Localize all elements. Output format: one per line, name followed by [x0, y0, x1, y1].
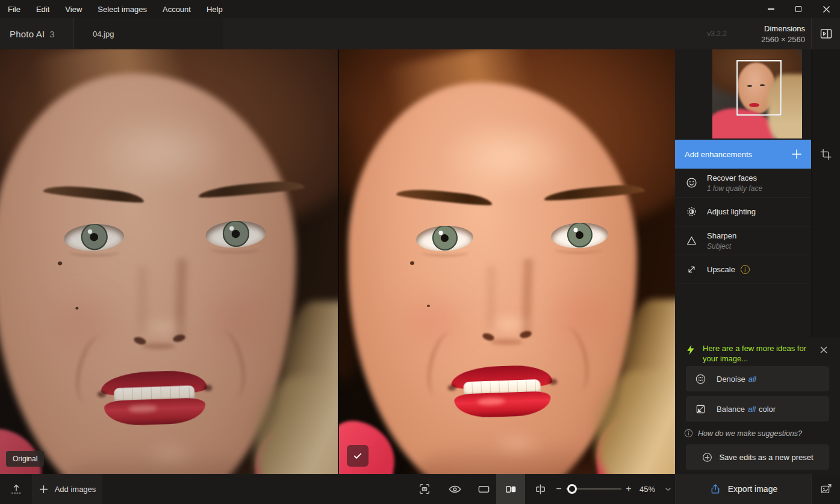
add-images-label: Add images	[55, 485, 96, 494]
minimize-button[interactable]	[757, 0, 785, 18]
photo-ai-window: File Edit View Select images Account Hel…	[0, 0, 840, 504]
menu-help[interactable]: Help	[199, 0, 231, 18]
zoom-slider[interactable]	[566, 474, 621, 504]
app-logo: Photo AI 3	[0, 18, 74, 49]
close-icon	[820, 346, 828, 354]
preview-toggle-button[interactable]	[440, 474, 469, 504]
export-image-label: Export image	[728, 484, 777, 494]
viewer-pane-enhanced[interactable]	[338, 49, 675, 474]
enhancement-recover-faces[interactable]: Recover faces 1 low quality face	[675, 169, 811, 198]
check-icon	[352, 450, 363, 461]
balance-color-icon	[694, 403, 707, 415]
suggestion-label-em: all	[748, 405, 756, 414]
dimensions-info: Dimensions 2560 × 2560	[761, 18, 805, 49]
upload-icon	[10, 482, 23, 496]
eye-icon	[448, 482, 462, 496]
zoom-slider-knob[interactable]	[567, 484, 577, 494]
compare-view-icon	[534, 482, 547, 496]
menu-view[interactable]: View	[57, 0, 90, 18]
enhancement-label: Upscale	[707, 265, 735, 274]
right-sidebar: Add enhancements Recover faces 1 low qua…	[675, 49, 840, 474]
title-bar: Photo AI 3 04.jpg v3.2.2 Dimensions 2560…	[0, 18, 840, 49]
navigator-thumbnail[interactable]	[712, 49, 802, 138]
tab-04jpg[interactable]: 04.jpg	[75, 18, 223, 49]
app-version-number: 3	[49, 29, 54, 39]
suggestion-denoise[interactable]: Denoise all	[686, 366, 829, 391]
original-photo	[0, 49, 338, 474]
add-enhancements-label: Add enhancements	[685, 150, 752, 159]
maximize-button[interactable]	[785, 0, 812, 18]
denoise-icon	[694, 373, 707, 385]
enhancement-sublabel: 1 low quality face	[707, 184, 762, 193]
suggestion-label-post: color	[759, 405, 776, 414]
focus-view-button[interactable]	[410, 474, 439, 504]
enhanced-photo	[339, 49, 675, 474]
chevron-down-icon	[664, 485, 672, 493]
minimize-icon	[768, 8, 774, 10]
panel-toggle-button[interactable]	[811, 18, 840, 49]
add-enhancements-button[interactable]: Add enhancements	[675, 140, 811, 169]
add-images-button[interactable]: Add images	[32, 474, 102, 504]
enhanced-check-badge	[347, 445, 369, 467]
lighting-icon	[685, 205, 698, 218]
suggestion-label-em: all	[748, 375, 756, 384]
zoom-dropdown-button[interactable]	[660, 474, 676, 504]
crop-button[interactable]	[811, 140, 840, 169]
export-icon	[709, 483, 721, 495]
window-controls	[757, 0, 840, 18]
tab-label: 04.jpg	[93, 30, 114, 39]
split-view-button-active[interactable]	[496, 474, 525, 504]
version-label: v3.2.2	[707, 18, 727, 49]
suggestions-header-text: Here are a few more ideas for your image…	[703, 343, 809, 364]
plus-icon	[39, 484, 49, 494]
info-icon	[684, 429, 693, 438]
original-badge: Original	[6, 451, 44, 467]
sharpen-icon	[685, 234, 698, 247]
suggestion-label-pre: Balance	[717, 405, 745, 414]
menu-bar: File Edit View Select images Account Hel…	[0, 0, 840, 18]
enhancement-label: Sharpen	[707, 231, 736, 240]
menu-edit[interactable]: Edit	[28, 0, 57, 18]
enhancement-sublabel: Subject	[707, 242, 736, 250]
save-preset-button[interactable]: Save edits as a new preset	[686, 444, 829, 470]
lightning-icon	[685, 343, 697, 356]
how-suggestions-text: How do we make suggestions?	[698, 429, 802, 438]
menu-select-images[interactable]: Select images	[90, 0, 155, 18]
maximize-icon	[795, 6, 801, 12]
panel-toggle-icon	[819, 26, 833, 41]
face-recovery-icon	[685, 176, 698, 189]
zoom-out-button[interactable]: −	[552, 474, 566, 504]
import-button[interactable]	[0, 474, 32, 504]
enhancement-adjust-lighting[interactable]: Adjust lighting	[675, 198, 811, 226]
crop-icon	[820, 148, 832, 161]
single-view-button[interactable]	[469, 474, 498, 504]
upscale-info-icon[interactable]: i	[741, 265, 750, 274]
menu-account[interactable]: Account	[155, 0, 199, 18]
image-export-icon	[820, 482, 833, 496]
menu-file[interactable]: File	[0, 0, 28, 18]
upscale-icon	[685, 263, 698, 276]
enhancement-upscale[interactable]: Upscale i	[675, 255, 811, 284]
dimensions-value: 2560 × 2560	[761, 35, 805, 44]
export-image-button[interactable]: Export image	[675, 474, 811, 504]
suggestions-close-button[interactable]	[817, 343, 830, 356]
suggestion-balance-color[interactable]: Balance all color	[686, 396, 829, 422]
compare-slider-view-button[interactable]	[526, 474, 555, 504]
focus-camera-icon	[418, 482, 431, 496]
close-button[interactable]	[812, 0, 840, 18]
split-view-icon	[504, 482, 518, 496]
enhancement-list: Recover faces 1 low quality face Adjust …	[675, 169, 811, 284]
bottom-toolbar: Add images	[0, 474, 840, 504]
suggestions-header: Here are a few more ideas for your image…	[685, 343, 830, 364]
zoom-level-value[interactable]: 45%	[633, 474, 661, 504]
how-suggestions-link[interactable]: How do we make suggestions?	[684, 429, 802, 438]
tool-strip	[811, 49, 840, 337]
viewer-pane-original[interactable]: Original	[0, 49, 338, 474]
enhancement-label: Recover faces	[707, 173, 762, 182]
enhancement-sharpen[interactable]: Sharpen Subject	[675, 226, 811, 255]
enhancement-label: Adjust lighting	[707, 207, 756, 216]
plus-icon	[791, 148, 803, 160]
export-settings-button[interactable]	[811, 474, 840, 504]
single-view-icon	[477, 482, 491, 496]
suggestion-label-pre: Denoise	[717, 375, 745, 384]
